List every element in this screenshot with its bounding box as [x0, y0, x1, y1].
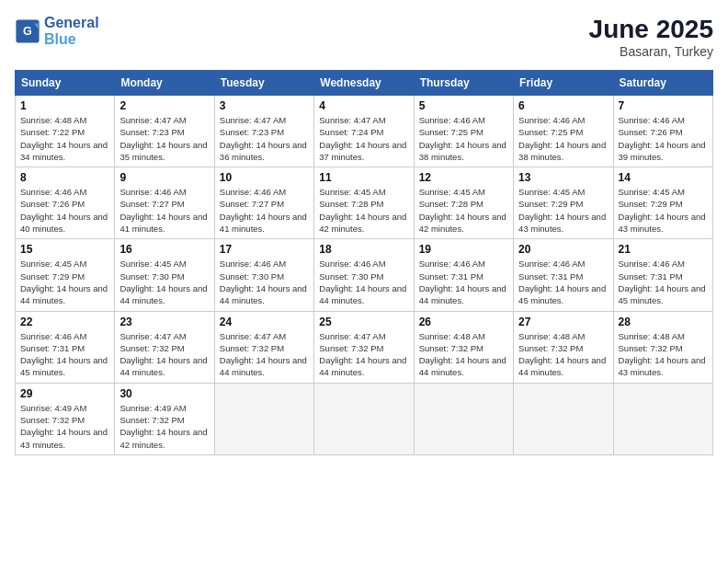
- title-block: June 2025 Basaran, Turkey: [589, 15, 713, 59]
- table-row: 29 Sunrise: 4:49 AMSunset: 7:32 PMDaylig…: [16, 383, 115, 454]
- table-row: [314, 383, 414, 454]
- calendar-week-1: 1 Sunrise: 4:48 AMSunset: 7:22 PMDayligh…: [16, 96, 713, 167]
- page-header: G General Blue June 2025 Basaran, Turkey: [15, 15, 713, 59]
- table-row: 7 Sunrise: 4:46 AMSunset: 7:26 PMDayligh…: [613, 96, 712, 167]
- table-row: 21 Sunrise: 4:46 AMSunset: 7:31 PMDaylig…: [613, 239, 712, 311]
- col-saturday: Saturday: [613, 71, 712, 96]
- table-row: 25 Sunrise: 4:47 AMSunset: 7:32 PMDaylig…: [314, 311, 414, 383]
- table-row: 17 Sunrise: 4:46 AMSunset: 7:30 PMDaylig…: [214, 239, 313, 311]
- table-row: 16 Sunrise: 4:45 AMSunset: 7:30 PMDaylig…: [115, 239, 214, 311]
- table-row: 23 Sunrise: 4:47 AMSunset: 7:32 PMDaylig…: [115, 311, 214, 383]
- table-row: 10 Sunrise: 4:46 AMSunset: 7:27 PMDaylig…: [214, 167, 313, 239]
- logo-icon: G: [15, 18, 40, 44]
- table-row: 18 Sunrise: 4:46 AMSunset: 7:30 PMDaylig…: [314, 239, 414, 311]
- table-row: 5 Sunrise: 4:46 AMSunset: 7:25 PMDayligh…: [414, 96, 513, 167]
- calendar-header-row: Sunday Monday Tuesday Wednesday Thursday…: [16, 71, 713, 96]
- table-row: 9 Sunrise: 4:46 AMSunset: 7:27 PMDayligh…: [115, 167, 214, 239]
- table-row: 4 Sunrise: 4:47 AMSunset: 7:24 PMDayligh…: [314, 96, 414, 167]
- logo: G General Blue: [15, 15, 99, 47]
- col-tuesday: Tuesday: [214, 71, 313, 96]
- calendar-table: Sunday Monday Tuesday Wednesday Thursday…: [15, 70, 713, 455]
- table-row: 19 Sunrise: 4:46 AMSunset: 7:31 PMDaylig…: [414, 239, 513, 311]
- table-row: 6 Sunrise: 4:46 AMSunset: 7:25 PMDayligh…: [514, 96, 613, 167]
- table-row: 12 Sunrise: 4:45 AMSunset: 7:28 PMDaylig…: [414, 167, 513, 239]
- svg-text:G: G: [23, 25, 32, 38]
- table-row: 15 Sunrise: 4:45 AMSunset: 7:29 PMDaylig…: [16, 239, 115, 311]
- col-monday: Monday: [115, 71, 214, 96]
- location: Basaran, Turkey: [589, 44, 713, 59]
- table-row: 14 Sunrise: 4:45 AMSunset: 7:29 PMDaylig…: [613, 167, 712, 239]
- table-row: 27 Sunrise: 4:48 AMSunset: 7:32 PMDaylig…: [514, 311, 613, 383]
- calendar-week-2: 8 Sunrise: 4:46 AMSunset: 7:26 PMDayligh…: [16, 167, 713, 239]
- month-title: June 2025: [589, 15, 713, 44]
- table-row: [613, 383, 712, 454]
- table-row: 2 Sunrise: 4:47 AMSunset: 7:23 PMDayligh…: [115, 96, 214, 167]
- table-row: 26 Sunrise: 4:48 AMSunset: 7:32 PMDaylig…: [414, 311, 513, 383]
- table-row: [514, 383, 613, 454]
- calendar-week-4: 22 Sunrise: 4:46 AMSunset: 7:31 PMDaylig…: [16, 311, 713, 383]
- table-row: 11 Sunrise: 4:45 AMSunset: 7:28 PMDaylig…: [314, 167, 414, 239]
- col-friday: Friday: [514, 71, 613, 96]
- col-thursday: Thursday: [414, 71, 513, 96]
- col-sunday: Sunday: [16, 71, 115, 96]
- table-row: 1 Sunrise: 4:48 AMSunset: 7:22 PMDayligh…: [16, 96, 115, 167]
- table-row: 30 Sunrise: 4:49 AMSunset: 7:32 PMDaylig…: [115, 383, 214, 454]
- calendar-week-5: 29 Sunrise: 4:49 AMSunset: 7:32 PMDaylig…: [16, 383, 713, 454]
- table-row: 28 Sunrise: 4:48 AMSunset: 7:32 PMDaylig…: [613, 311, 712, 383]
- table-row: [414, 383, 513, 454]
- logo-text-general: General: [44, 15, 99, 31]
- calendar-week-3: 15 Sunrise: 4:45 AMSunset: 7:29 PMDaylig…: [16, 239, 713, 311]
- table-row: [214, 383, 313, 454]
- table-row: 24 Sunrise: 4:47 AMSunset: 7:32 PMDaylig…: [214, 311, 313, 383]
- table-row: 22 Sunrise: 4:46 AMSunset: 7:31 PMDaylig…: [16, 311, 115, 383]
- table-row: 3 Sunrise: 4:47 AMSunset: 7:23 PMDayligh…: [214, 96, 313, 167]
- table-row: 13 Sunrise: 4:45 AMSunset: 7:29 PMDaylig…: [514, 167, 613, 239]
- table-row: 20 Sunrise: 4:46 AMSunset: 7:31 PMDaylig…: [514, 239, 613, 311]
- col-wednesday: Wednesday: [314, 71, 414, 96]
- logo-text-blue: Blue: [44, 31, 99, 48]
- table-row: 8 Sunrise: 4:46 AMSunset: 7:26 PMDayligh…: [16, 167, 115, 239]
